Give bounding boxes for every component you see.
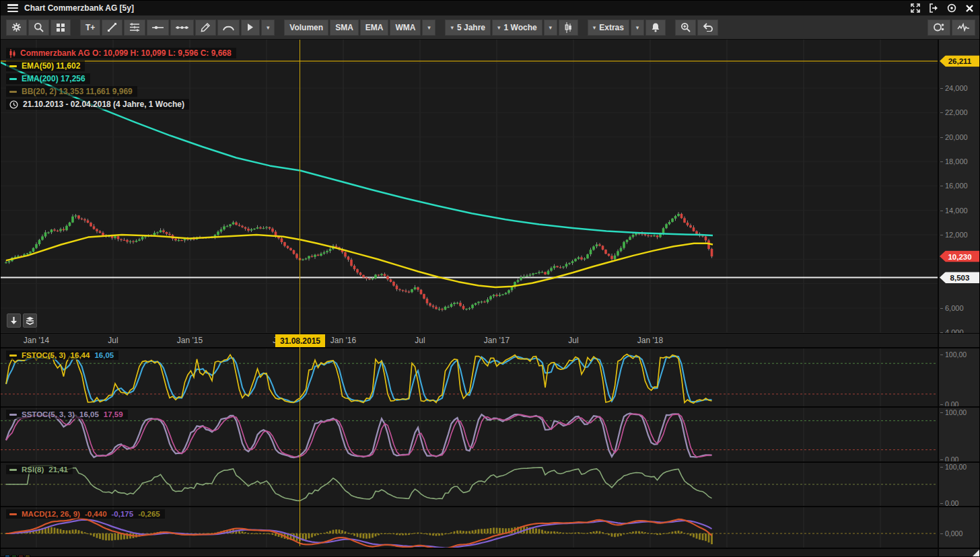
fibonacci-icon[interactable] (124, 20, 145, 36)
text-tool-icon[interactable]: T+ (80, 20, 100, 36)
legend-ohlc[interactable]: Commerzbank AG O: 10,099 H: 10,099 L: 9,… (6, 48, 236, 59)
grid-icon[interactable] (50, 20, 71, 36)
legend-period: 21.10.2013 - 02.04.2018 (4 Jahre, 1 Woch… (6, 99, 189, 110)
fstoc-axis: 100,000,00 (938, 348, 980, 406)
menu-icon[interactable] (7, 4, 18, 12)
app-window: Chart Commerzbank AG [5y] T+ ▾ Volumen (0, 0, 980, 557)
rsi-panel[interactable]: RSI(8) 21,41 100,000,00 (1, 461, 980, 506)
legend-rsi[interactable]: RSI(8) 21,41 (6, 465, 73, 474)
range-dropdown[interactable]: ▾5 Jahre (445, 20, 491, 36)
legend-ohlc-text: Commerzbank AG O: 10,099 H: 10,099 L: 9,… (20, 48, 232, 58)
pencil-icon[interactable] (195, 20, 216, 36)
objects-icon[interactable] (928, 20, 950, 36)
export-icon[interactable] (929, 3, 938, 13)
undo-icon[interactable] (697, 20, 718, 36)
x-axis-label: Jul (568, 336, 578, 345)
search-icon[interactable] (28, 20, 49, 36)
fstoc-panel[interactable]: FSTOC(5, 3) 16,44 16,05 100,000,00 (1, 347, 980, 406)
arc-icon[interactable] (217, 20, 240, 36)
legend-macd[interactable]: MACD(12, 26, 9) -0,440 -0,175 -0,265 (6, 509, 165, 519)
swatch-red[interactable] (18, 555, 24, 557)
cursor-icon[interactable] (241, 20, 260, 36)
dots-line-icon[interactable] (170, 20, 194, 36)
candle-type-icon[interactable] (559, 20, 578, 36)
extras-caret-icon[interactable]: ▾ (631, 20, 644, 36)
fstoc-value-d: 16,05 (94, 351, 114, 359)
drawing-tools-caret-icon[interactable]: ▾ (261, 20, 275, 36)
sstoc-swatch (9, 414, 17, 416)
ema200-swatch (9, 78, 17, 80)
interval-dropdown[interactable]: ▾1 Woche (492, 20, 542, 36)
title-bar: Chart Commerzbank AG [5y] (1, 1, 980, 15)
legend-sstoc[interactable]: SSTOC(5, 3, 3) 16,05 17,59 (6, 410, 128, 419)
time-axis[interactable]: Jan '18JulJan '17JulJan '16JulJan '15Jul… (1, 333, 980, 347)
macd-panel[interactable]: MACD(12, 26, 9) -0,440 -0,175 -0,265 0,0… (1, 506, 980, 548)
indicator-axis-label: 100,00 (945, 463, 967, 471)
indicator-axis-label: 100,00 (945, 350, 967, 359)
gear-icon[interactable] (6, 20, 27, 36)
bb-swatch (9, 91, 17, 93)
arrow-down-icon (10, 317, 18, 325)
y-axis-label: 6,000 (945, 304, 964, 312)
indicator-caret-icon[interactable]: ▾ (422, 20, 435, 36)
window-title: Chart Commerzbank AG [5y] (24, 3, 134, 13)
panel-color-swatches[interactable] (5, 551, 32, 557)
macd-swatch (9, 513, 17, 515)
ema-button[interactable]: EMA (360, 20, 389, 36)
layers-icon (26, 316, 34, 325)
sma-button[interactable]: SMA (330, 20, 359, 36)
sstoc-value-d: 17,59 (104, 410, 123, 418)
legend-period-text: 21.10.2013 - 02.04.2018 (4 Jahre, 1 Woch… (23, 100, 184, 109)
trendline-icon[interactable] (102, 20, 123, 36)
legend-ema200[interactable]: EMA(200) 17,256 (6, 73, 90, 84)
close-icon[interactable] (965, 4, 974, 13)
macd-axis: 0,000 (938, 507, 980, 548)
price-axis[interactable]: 24,00022,00020,00018,00016,00014,00012,0… (938, 40, 980, 333)
interval-caret-icon[interactable]: ▾ (544, 20, 557, 36)
legend-bb[interactable]: BB(20, 2) 13,353 11,661 9,969 (6, 86, 137, 97)
legend-bb-text: BB(20, 2) 13,353 11,661 9,969 (22, 87, 133, 96)
fstoc-label: FSTOC(5, 3) (22, 351, 66, 359)
hline-dot-icon[interactable] (147, 20, 169, 36)
indicators-icon[interactable] (952, 20, 975, 36)
x-axis-label: Jan '17 (484, 336, 510, 345)
sstoc-chart[interactable] (1, 408, 938, 461)
volumen-button[interactable]: Volumen (284, 20, 328, 36)
bell-icon[interactable] (645, 20, 666, 36)
swatch-green[interactable] (11, 555, 17, 557)
layers-button[interactable] (23, 313, 37, 328)
zoom-in-icon[interactable] (675, 20, 696, 36)
extras-dropdown[interactable]: ▾Extras (588, 20, 629, 36)
x-axis-label: Jan '16 (330, 336, 356, 345)
sstoc-axis: 100,000,00 (938, 408, 980, 461)
rsi-swatch (9, 469, 17, 471)
scroll-down-button[interactable] (7, 313, 21, 328)
toolbar: T+ ▾ Volumen SMA EMA WMA ▾ ▾5 Jahre ▾1 W… (1, 15, 980, 40)
target-icon[interactable] (947, 3, 956, 13)
legend-ema50[interactable]: EMA(50) 11,602 (6, 61, 85, 71)
chart-area: Commerzbank AG O: 10,099 H: 10,099 L: 9,… (1, 40, 980, 557)
ema50-swatch (9, 65, 17, 67)
rsi-chart[interactable] (1, 463, 938, 506)
sstoc-panel[interactable]: SSTOC(5, 3, 3) 16,05 17,59 100,000,00 (1, 406, 980, 461)
main-chart-panel[interactable]: Commerzbank AG O: 10,099 H: 10,099 L: 9,… (1, 40, 980, 333)
resize-grip[interactable] (972, 550, 979, 557)
macd-label: MACD(12, 26, 9) (22, 510, 80, 518)
legend-ema50-text: EMA(50) 11,602 (22, 61, 80, 71)
y-axis-label: 24,000 (945, 84, 968, 92)
x-axis-label: Jul (108, 336, 118, 345)
fstoc-chart[interactable] (1, 348, 938, 406)
fstoc-value-k: 16,44 (71, 351, 90, 359)
legend-ema200-text: EMA(200) 17,256 (22, 74, 85, 83)
y-axis-label: 16,000 (945, 182, 968, 190)
price-badge: 8,503 (940, 272, 980, 283)
wma-button[interactable]: WMA (390, 20, 421, 36)
expand-icon[interactable] (911, 3, 920, 13)
swatch-olive[interactable] (25, 555, 30, 557)
swatch-blue[interactable] (5, 555, 10, 557)
candlestick-chart[interactable] (1, 40, 938, 333)
x-axis-label: Jul (415, 336, 425, 345)
rsi-value: 21,41 (48, 466, 68, 474)
legend-fstoc[interactable]: FSTOC(5, 3) 16,44 16,05 (6, 350, 118, 360)
x-axis-label: Jan '18 (637, 336, 663, 345)
